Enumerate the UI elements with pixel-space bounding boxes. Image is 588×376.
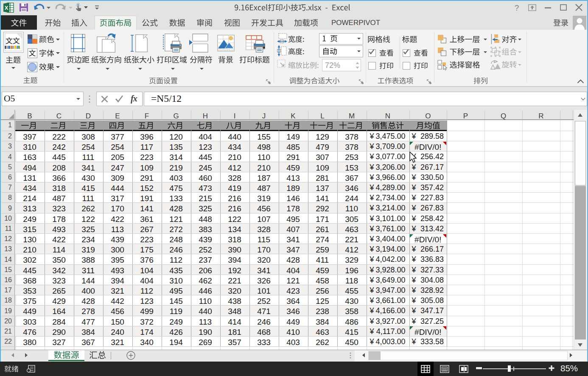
svg-text:X: X bbox=[5, 5, 8, 11]
